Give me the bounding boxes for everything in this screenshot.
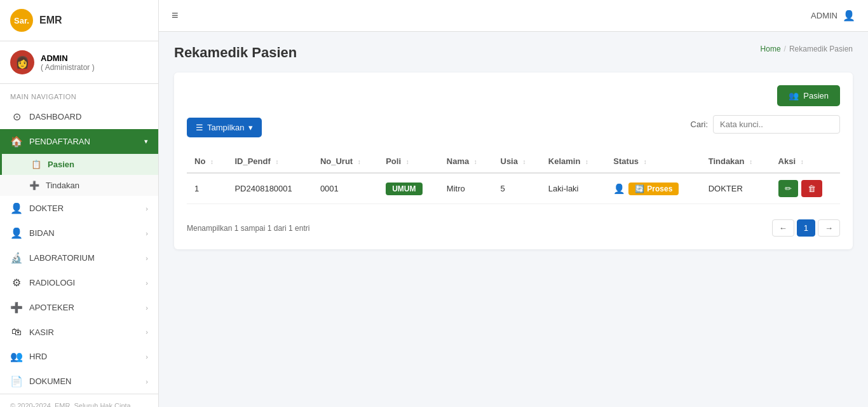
sidebar-item-kasir[interactable]: 🛍 KASIR ›	[0, 320, 158, 344]
sidebar-item-label: KASIR	[29, 328, 139, 337]
sidebar-item-label: APOTEKER	[29, 303, 139, 312]
sidebar-header: Sar. EMR	[0, 0, 158, 41]
user-info: ADMIN ( Administrator )	[41, 53, 95, 72]
search-bar: Cari:	[691, 115, 840, 134]
bidan-icon: 👤	[10, 227, 23, 239]
poli-badge: UMUM	[386, 183, 422, 195]
page-title: Rekamedik Pasien	[174, 45, 297, 61]
dropdown-arrow-icon: ▾	[248, 123, 253, 132]
sidebar-item-radiologi[interactable]: ⚙ RADIOLOGI ›	[0, 270, 158, 295]
nav-section-label: Main Navigation	[0, 84, 158, 104]
cell-no-urut: 0001	[313, 173, 378, 204]
chevron-right-icon: ›	[146, 304, 148, 312]
page-header: Rekamedik Pasien Home / Rekamedik Pasien	[174, 45, 853, 61]
sidebar-item-label: DASHBOARD	[29, 112, 148, 121]
sidebar-item-label: RADIOLOGI	[29, 278, 139, 287]
user-role: ( Administrator )	[41, 63, 95, 72]
tindakan-label: Tindakan	[46, 181, 79, 190]
col-no: No ↕	[187, 150, 227, 173]
cell-usia: 5	[493, 173, 541, 204]
app-logo: Sar.	[10, 9, 33, 32]
sidebar-item-hrd[interactable]: 👥 HRD ›	[0, 344, 158, 369]
chevron-right-icon: ›	[146, 279, 148, 287]
sidebar-item-label: DOKTER	[29, 204, 139, 213]
card-toolbar: ☰ Tampilkan ▾ Cari:	[187, 115, 840, 140]
delete-button[interactable]: 🗑	[801, 180, 822, 197]
plus-icon: ➕	[29, 181, 39, 190]
chevron-right-icon: ›	[146, 254, 148, 262]
table-header-row: No ↕ ID_Pendf ↕ No_Urut ↕ Poli ↕ Nama ↕ …	[187, 150, 840, 173]
dokter-icon: 👤	[10, 202, 23, 214]
sidebar-footer: © 2020-2024. EMR. Seluruh Hak Cipta.	[0, 394, 158, 407]
search-input[interactable]	[713, 115, 840, 134]
breadcrumb-separator: /	[784, 45, 786, 53]
cell-no: 1	[187, 173, 227, 204]
menu-icon[interactable]: ≡	[172, 9, 179, 22]
topbar-left: ≡	[172, 9, 179, 22]
breadcrumb-home[interactable]: Home	[761, 45, 781, 53]
status-user-icon: 👤	[613, 183, 625, 195]
pasien-label: Pasien	[48, 160, 74, 169]
add-pasien-button[interactable]: 👥 Pasien	[777, 85, 840, 106]
topbar-right: ADMIN 👤	[811, 10, 855, 22]
pagination: ← 1 →	[772, 219, 840, 237]
kasir-icon: 🛍	[10, 326, 23, 338]
sidebar-item-dokter[interactable]: 👤 DOKTER ›	[0, 196, 158, 221]
dashboard-icon: ⊙	[10, 111, 23, 123]
list-icon: ☰	[196, 123, 203, 132]
pagination-next-button[interactable]: →	[818, 219, 840, 237]
col-kelamin: Kelamin ↕	[541, 150, 606, 173]
sidebar-item-laboratorium[interactable]: 🔬 LABORATORIUM ›	[0, 245, 158, 270]
sidebar-user: 👩 ADMIN ( Administrator )	[0, 41, 158, 84]
pendaftaran-icon: 🏠	[10, 135, 23, 148]
cell-tindakan: DOKTER	[701, 173, 771, 204]
search-label: Cari:	[691, 120, 708, 129]
file-icon: 📋	[31, 160, 41, 169]
main-card: 👥 Pasien ☰ Tampilkan ▾ Cari:	[174, 72, 853, 249]
refresh-icon: 🔄	[635, 184, 644, 193]
user-circle-icon[interactable]: 👤	[843, 10, 855, 22]
chevron-right-icon: ›	[146, 230, 148, 237]
cell-nama: Mitro	[439, 173, 493, 204]
table-row: 1 PD2408180001 0001 UMUM Mitro 5 Laki-la…	[187, 173, 840, 204]
sidebar-item-dashboard[interactable]: ⊙ DASHBOARD	[0, 104, 158, 129]
sidebar-item-apoteker[interactable]: ➕ APOTEKER ›	[0, 295, 158, 320]
breadcrumb: Home / Rekamedik Pasien	[761, 45, 853, 53]
apoteker-icon: ➕	[10, 301, 23, 314]
table-info: Menampilkan 1 sampai 1 dari 1 entri	[187, 224, 309, 233]
sidebar: Sar. EMR 👩 ADMIN ( Administrator ) Main …	[0, 0, 159, 407]
avatar: 👩	[10, 50, 34, 74]
sidebar-item-label: BIDAN	[29, 228, 139, 238]
sidebar-item-bidan[interactable]: 👤 BIDAN ›	[0, 221, 158, 245]
status-badge: 🔄 Proses	[628, 183, 679, 195]
col-tindakan: Tindakan ↕	[701, 150, 771, 173]
col-aksi: Aksi ↕	[771, 150, 840, 173]
sidebar-item-pendaftaran[interactable]: 🏠 PENDAFTARAN ▾	[0, 129, 158, 154]
cell-status: 👤 🔄 Proses	[606, 173, 700, 204]
sidebar-item-label: LABORATORIUM	[29, 253, 139, 263]
table-body: 1 PD2408180001 0001 UMUM Mitro 5 Laki-la…	[187, 173, 840, 204]
data-table: No ↕ ID_Pendf ↕ No_Urut ↕ Poli ↕ Nama ↕ …	[187, 150, 840, 204]
sidebar-item-tindakan[interactable]: ➕ Tindakan	[0, 175, 158, 196]
breadcrumb-current: Rekamedik Pasien	[789, 45, 853, 53]
col-status: Status ↕	[606, 150, 700, 173]
edit-button[interactable]: ✏	[778, 180, 798, 197]
chevron-down-icon: ▾	[144, 137, 148, 146]
chevron-right-icon: ›	[146, 328, 148, 336]
app-name: EMR	[39, 15, 62, 26]
content-area: Rekamedik Pasien Home / Rekamedik Pasien…	[159, 32, 868, 407]
chevron-right-icon: ›	[146, 353, 148, 361]
chevron-right-icon: ›	[146, 378, 148, 385]
col-poli: Poli ↕	[378, 150, 439, 173]
pagination-page-1-button[interactable]: 1	[797, 219, 815, 237]
cell-id-pendf: PD2408180001	[227, 173, 312, 204]
dokumen-icon: 📄	[10, 375, 23, 387]
tampilkan-button[interactable]: ☰ Tampilkan ▾	[187, 118, 262, 137]
topbar-admin-label: ADMIN	[811, 11, 837, 20]
topbar: ≡ ADMIN 👤	[159, 0, 868, 32]
person-plus-icon: 👥	[789, 91, 799, 100]
pagination-prev-button[interactable]: ←	[772, 219, 794, 237]
sidebar-item-pasien[interactable]: 📋 Pasien	[0, 154, 158, 175]
cell-poli: UMUM	[378, 173, 439, 204]
sidebar-item-dokumen[interactable]: 📄 DOKUMEN ›	[0, 369, 158, 394]
